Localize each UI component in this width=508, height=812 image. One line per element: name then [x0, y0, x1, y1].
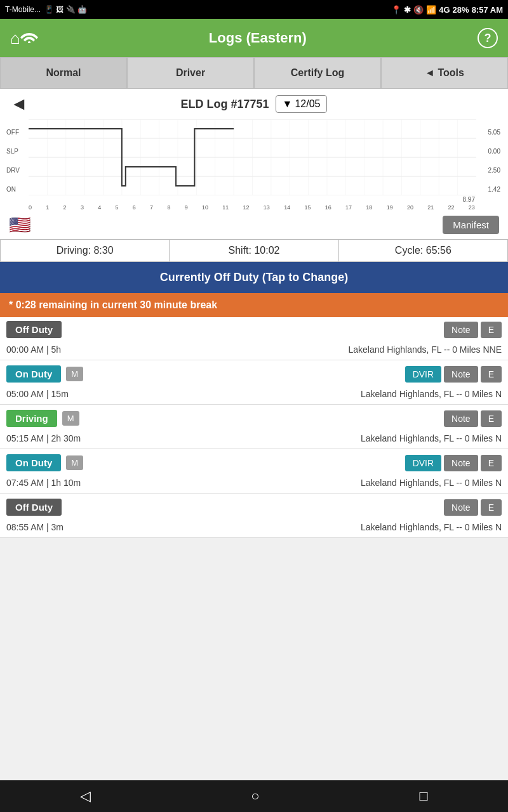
chart-value-drv: 2.50 — [488, 167, 500, 174]
x-label-20: 20 — [407, 204, 413, 211]
volume-icon: 🔇 — [413, 5, 424, 15]
log-entry: Driving M Note E 05:15 AM | 2h 30m Lakel… — [0, 406, 508, 449]
x-label-5: 5 — [115, 204, 118, 211]
entry-type-offduty[interactable]: Off Duty — [6, 321, 62, 338]
flag-manifest-row: 🇺🇸 Manifest — [0, 211, 508, 239]
note-button[interactable]: Note — [444, 499, 478, 516]
x-label-16: 16 — [325, 204, 331, 211]
edit-button[interactable]: E — [481, 410, 502, 427]
chart-label-slp: SLP — [6, 148, 29, 155]
log-entry: Off Duty Note E 08:55 AM | 3m Lakeland H… — [0, 495, 508, 538]
break-warning: * 0:28 remaining in current 30 minute br… — [0, 293, 508, 317]
nav-tabs: Normal Driver Certify Log ◄ Tools — [0, 57, 508, 89]
wifi-icon: 📶 — [426, 5, 436, 15]
tab-normal[interactable]: Normal — [0, 57, 127, 89]
entry-location: Lakeland Highlands, FL -- 0 Miles N — [361, 522, 502, 532]
manifest-button[interactable]: Manifest — [443, 216, 499, 234]
date-picker[interactable]: ▼ 12/05 — [276, 95, 328, 113]
log-entry-header: On Duty M DVIR Note E — [0, 450, 508, 475]
chart-value-off: 5.05 — [488, 129, 500, 136]
wifi-status-icon — [20, 29, 38, 47]
tab-driver[interactable]: Driver — [127, 57, 254, 89]
edit-button[interactable]: E — [481, 366, 502, 383]
chart-value-slp: 0.00 — [488, 148, 500, 155]
x-label-17: 17 — [345, 204, 352, 211]
chart-label-on: ON — [6, 186, 29, 193]
log-entry-details: 05:15 AM | 2h 30m Lakeland Highlands, FL… — [0, 431, 508, 449]
log-title: ELD Log #17751 — [181, 98, 269, 111]
entry-tag: M — [62, 411, 79, 426]
dvir-button[interactable]: DVIR — [405, 455, 441, 471]
log-entry-actions: Note E — [444, 322, 502, 338]
log-entry-header: On Duty M DVIR Note E — [0, 362, 508, 386]
log-entry-actions: DVIR Note E — [405, 366, 502, 383]
note-button[interactable]: Note — [444, 366, 478, 383]
cycle-stat: Cycle: 65:56 — [339, 240, 507, 261]
entry-tag: M — [66, 367, 83, 381]
android-nav: ◁ ○ □ — [0, 780, 508, 812]
time-label: 8:57 AM — [472, 5, 503, 15]
x-label-23: 23 — [469, 204, 475, 211]
tab-certify[interactable]: Certify Log — [254, 57, 381, 89]
entry-type-onduty[interactable]: On Duty — [6, 365, 61, 383]
entry-location: Lakeland Highlands, FL -- 0 Miles N — [361, 433, 502, 443]
app-header: ⌂ Logs (Eastern) ? — [0, 19, 508, 57]
x-label-3: 3 — [81, 204, 84, 211]
stats-row: Driving: 8:30 Shift: 10:02 Cycle: 65:56 — [0, 239, 508, 262]
log-entry-actions: DVIR Note E — [405, 455, 502, 471]
back-button[interactable]: ◄ — [10, 94, 28, 114]
x-label-0: 0 — [29, 204, 32, 211]
x-label-9: 9 — [185, 204, 188, 211]
x-label-14: 14 — [284, 204, 290, 211]
entry-type-offduty[interactable]: Off Duty — [6, 499, 62, 516]
notification-icons: 📱 🖼 🔌 🤖 — [44, 5, 87, 14]
dvir-button[interactable]: DVIR — [405, 366, 441, 383]
x-label-10: 10 — [202, 204, 208, 211]
log-entry-actions: Note E — [444, 410, 502, 427]
x-label-4: 4 — [98, 204, 101, 211]
log-entry-details: 07:45 AM | 1h 10m Lakeland Highlands, FL… — [0, 475, 508, 493]
log-header: ◄ ELD Log #17751 ▼ 12/05 — [0, 89, 508, 119]
entry-time: 05:15 AM | 2h 30m — [6, 433, 81, 443]
status-bar: T-Mobile... 📱 🖼 🔌 🤖 📍 ✱ 🔇 📶 4G 28% 8:57 … — [0, 0, 508, 19]
edit-button[interactable]: E — [481, 455, 502, 471]
x-label-2: 2 — [64, 204, 67, 211]
svg-point-0 — [28, 41, 30, 43]
log-entries-list: Off Duty Note E 00:00 AM | 5h Lakeland H… — [0, 317, 508, 538]
entry-time: 00:00 AM | 5h — [6, 344, 61, 355]
bluetooth-icon: ✱ — [404, 5, 411, 15]
x-label-21: 21 — [427, 204, 434, 211]
x-label-1: 1 — [46, 204, 49, 211]
status-banner[interactable]: Currently Off Duty (Tap to Change) — [0, 262, 508, 293]
log-entry-header: Off Duty Note E — [0, 317, 508, 342]
log-entry-header: Driving M Note E — [0, 406, 508, 431]
android-recent-button[interactable]: □ — [420, 788, 428, 804]
log-entry-header: Off Duty Note E — [0, 495, 508, 520]
log-entry-details: 08:55 AM | 3m Lakeland Highlands, FL -- … — [0, 520, 508, 537]
signal-icon: 4G — [439, 5, 450, 15]
edit-button[interactable]: E — [481, 499, 502, 516]
status-left: T-Mobile... 📱 🖼 🔌 🤖 — [5, 5, 87, 14]
entry-type-onduty[interactable]: On Duty — [6, 454, 61, 471]
x-label-19: 19 — [387, 204, 393, 211]
log-entry: On Duty M DVIR Note E 07:45 AM | 1h 10m … — [0, 450, 508, 494]
android-back-button[interactable]: ◁ — [80, 788, 91, 804]
home-button[interactable]: ⌂ — [10, 29, 20, 48]
dropdown-icon: ▼ — [283, 98, 293, 110]
tab-tools[interactable]: ◄ Tools — [381, 57, 508, 89]
note-button[interactable]: Note — [444, 322, 478, 338]
android-home-button[interactable]: ○ — [251, 788, 259, 804]
entry-type-driving[interactable]: Driving — [6, 410, 57, 427]
battery-label: 28% — [453, 5, 469, 15]
note-button[interactable]: Note — [444, 410, 478, 427]
entry-location: Lakeland Highlands, FL -- 0 Miles NNE — [349, 344, 502, 355]
log-date: 12/05 — [295, 98, 320, 110]
flag-icon: 🇺🇸 — [9, 214, 31, 235]
eld-chart: OFF SLP DRV ON — [0, 119, 508, 211]
x-label-12: 12 — [243, 204, 250, 211]
help-button[interactable]: ? — [478, 28, 498, 48]
x-label-18: 18 — [366, 204, 372, 211]
note-button[interactable]: Note — [444, 455, 478, 471]
log-entry-actions: Note E — [444, 499, 502, 516]
edit-button[interactable]: E — [481, 322, 502, 338]
